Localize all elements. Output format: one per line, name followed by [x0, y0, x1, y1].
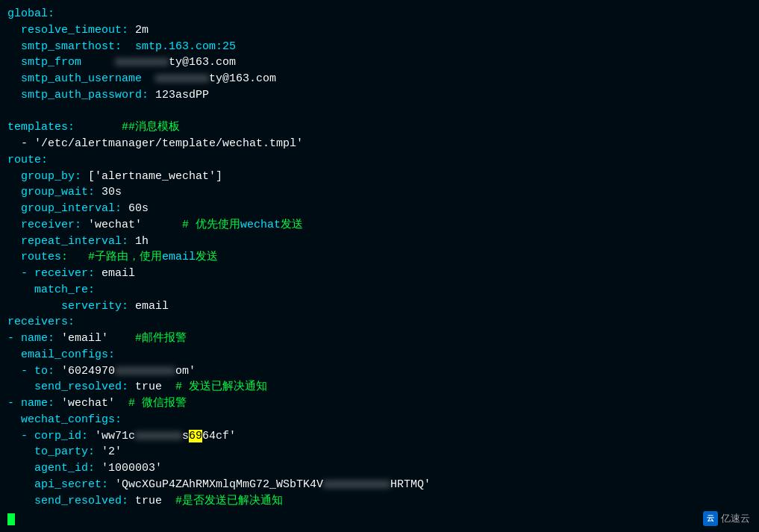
line-smtp-smarthost: smtp_smarthost: smtp.163.com:25	[7, 39, 752, 55]
line-to-party: to_party: '2'	[7, 444, 752, 460]
line-wechat-configs: wechat_configs:	[7, 412, 752, 428]
line-smtp-auth-username: smtp_auth_username xxxxxxxxty@163.com	[7, 71, 752, 87]
line-route: route:	[7, 152, 752, 169]
watermark: 云 亿速云	[703, 511, 750, 526]
line-subroute-receiver: - receiver: email	[7, 266, 752, 282]
watermark-icon: 云	[703, 511, 718, 526]
line-match-re: match_re:	[7, 282, 752, 298]
line-group-by: group_by: ['alertname_wechat']	[7, 169, 752, 185]
line-receivers: receivers:	[7, 314, 752, 331]
line-resolve-timeout: resolve_timeout: 2m	[7, 22, 752, 39]
line-name-email: - name: 'email' #邮件报警	[7, 331, 752, 347]
line-send-resolved-wechat: send_resolved: true #是否发送已解决通知	[7, 493, 752, 510]
line-serverity: serverity: email	[7, 298, 752, 315]
line-repeat-interval: repeat_interval: 1h	[7, 234, 752, 250]
line-smtp-auth-password: smtp_auth_password: 123asdPP	[7, 87, 752, 104]
line-group-wait: group_wait: 30s	[7, 184, 752, 201]
watermark-text: 亿速云	[721, 512, 750, 526]
line-templates: templates: ##消息模板	[7, 119, 752, 136]
line-blank1	[7, 104, 752, 120]
line-template-path: - '/etc/alertmanager/template/wechat.tmp…	[7, 136, 752, 152]
line-email-configs: email_configs:	[7, 347, 752, 363]
line-group-interval: group_interval: 60s	[7, 201, 752, 217]
terminal: global: resolve_timeout: 2m smtp_smartho…	[0, 0, 759, 532]
line-routes: routes: #子路由，使用email发送	[7, 249, 752, 266]
line-agent-id: agent_id: '1000003'	[7, 460, 752, 477]
line-name-wechat: - name: 'wechat' # 微信报警	[7, 395, 752, 412]
line-corp-id: - corp_id: 'ww71cxxxxxxxs6964cf'	[7, 428, 752, 445]
line-smtp-from: smtp_from xxxxxxxxty@163.com	[7, 54, 752, 71]
terminal-cursor	[7, 513, 15, 525]
line-api-secret: api_secret: 'QwcXGuP4ZAhRMXmlqMmG72_WSbT…	[7, 477, 752, 493]
line-send-resolved-email: send_resolved: true # 发送已解决通知	[7, 379, 752, 395]
line-to: - to: '6024970xxxxxxxxxom'	[7, 363, 752, 380]
line-cursor	[7, 509, 752, 525]
line-receiver-wechat: receiver: 'wechat' # 优先使用wechat发送	[7, 217, 752, 234]
line-global: global:	[7, 6, 752, 22]
